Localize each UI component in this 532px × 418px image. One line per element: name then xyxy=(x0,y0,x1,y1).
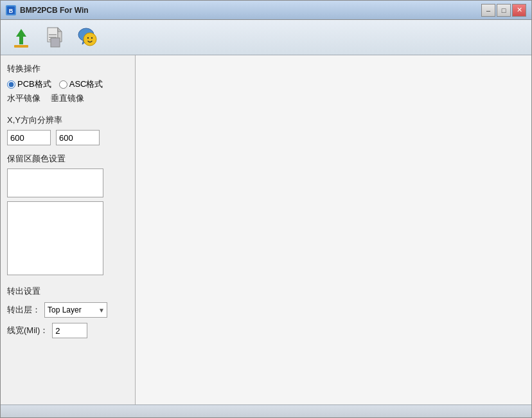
conversion-title: 转换操作 xyxy=(7,63,129,75)
close-button[interactable]: ✕ xyxy=(512,4,526,17)
conversion-section: 转换操作 PCB格式 ASC格式 水平镜像 垂直镜像 xyxy=(7,63,129,107)
content-area: 转换操作 PCB格式 ASC格式 水平镜像 垂直镜像 xyxy=(1,55,531,404)
title-bar: B BMP2PCB For Win – □ ✕ xyxy=(1,1,531,20)
layer-row: 转出层： Top Layer Bottom Layer Inner Layer1… xyxy=(7,302,129,318)
status-bar xyxy=(1,404,531,417)
right-panel xyxy=(136,55,531,404)
window-controls: – □ ✕ xyxy=(481,4,526,17)
restore-button[interactable]: □ xyxy=(497,4,511,17)
color-list[interactable] xyxy=(7,201,103,275)
x-resolution-input[interactable] xyxy=(7,130,51,145)
svg-point-15 xyxy=(91,37,93,39)
asc-radio[interactable] xyxy=(59,80,67,89)
pcb-format-option[interactable]: PCB格式 xyxy=(7,78,51,90)
y-resolution-input[interactable] xyxy=(56,130,100,145)
resolution-inputs xyxy=(7,130,129,145)
layer-select[interactable]: Top Layer Bottom Layer Inner Layer1 Inne… xyxy=(44,302,107,318)
resolution-section: X,Y方向分辨率 xyxy=(7,114,129,145)
download-icon xyxy=(9,25,33,50)
svg-marker-2 xyxy=(16,29,26,44)
linewidth-label: 线宽(Mil)： xyxy=(7,325,48,336)
svg-point-13 xyxy=(84,33,96,46)
asc-format-label: ASC格式 xyxy=(69,78,103,90)
left-panel: 转换操作 PCB格式 ASC格式 水平镜像 垂直镜像 xyxy=(1,55,136,404)
svg-rect-10 xyxy=(51,38,60,47)
svg-rect-7 xyxy=(49,34,57,35)
chat-icon xyxy=(76,25,100,50)
minimize-button[interactable]: – xyxy=(481,4,495,17)
resolution-title: X,Y方向分辨率 xyxy=(7,114,129,126)
pcb-radio[interactable] xyxy=(7,80,15,89)
horizontal-mirror-button[interactable]: 水平镜像 xyxy=(7,93,40,104)
app-icon: B xyxy=(6,5,16,15)
linewidth-row: 线宽(Mil)： xyxy=(7,323,129,338)
toolbar xyxy=(1,20,531,55)
output-title: 转出设置 xyxy=(7,286,129,297)
open-button[interactable] xyxy=(6,23,37,51)
layer-label: 转出层： xyxy=(7,304,40,316)
title-bar-left: B BMP2PCB For Win xyxy=(6,5,89,15)
svg-point-14 xyxy=(87,37,89,39)
svg-marker-6 xyxy=(58,28,62,32)
svg-text:B: B xyxy=(9,8,13,14)
layer-select-wrapper: Top Layer Bottom Layer Inner Layer1 Inne… xyxy=(44,302,107,318)
color-section: 保留区颜色设置 xyxy=(7,153,129,275)
file-icon xyxy=(42,25,67,50)
chat-button[interactable] xyxy=(73,23,103,51)
format-radio-group: PCB格式 ASC格式 xyxy=(7,78,129,90)
color-box[interactable] xyxy=(7,168,103,197)
file-button[interactable] xyxy=(39,23,70,51)
asc-format-option[interactable]: ASC格式 xyxy=(59,78,103,90)
window-title: BMP2PCB For Win xyxy=(20,6,89,15)
svg-rect-3 xyxy=(14,45,28,48)
mirror-group: 水平镜像 垂直镜像 xyxy=(7,93,129,104)
pcb-format-label: PCB格式 xyxy=(17,78,51,90)
color-title: 保留区颜色设置 xyxy=(7,153,129,165)
output-section: 转出设置 转出层： Top Layer Bottom Layer Inner L… xyxy=(7,286,129,338)
main-window: B BMP2PCB For Win – □ ✕ xyxy=(0,0,532,418)
linewidth-input[interactable] xyxy=(52,323,87,338)
vertical-mirror-button[interactable]: 垂直镜像 xyxy=(51,93,84,104)
